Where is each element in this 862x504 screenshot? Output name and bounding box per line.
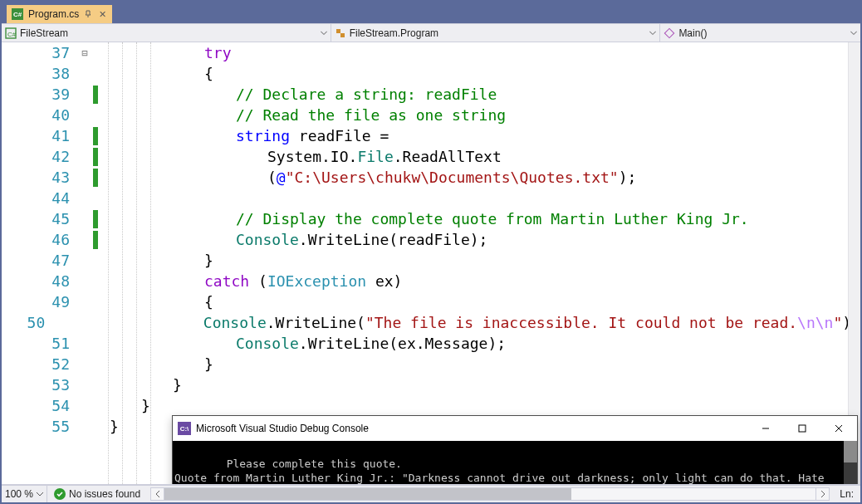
method-icon (664, 27, 675, 39)
svg-text:C#: C# (7, 31, 17, 38)
ln-label: Ln: (840, 488, 854, 500)
horizontal-scrollbar[interactable] (150, 487, 830, 501)
nav-scope-class[interactable]: FileStream.Program (331, 24, 661, 42)
code-line[interactable]: 38{ (2, 63, 860, 84)
line-number[interactable]: 39 (2, 86, 76, 103)
line-number[interactable]: 42 (2, 148, 76, 165)
line-number[interactable]: 41 (2, 127, 76, 144)
nav-scope-class-label: FileStream.Program (350, 27, 438, 39)
svg-rect-3 (340, 33, 345, 37)
svg-rect-2 (336, 29, 340, 33)
line-indicator[interactable]: Ln: (833, 488, 860, 500)
check-icon (54, 488, 66, 500)
line-number[interactable]: 45 (2, 210, 76, 228)
scroll-left-arrow[interactable] (151, 488, 164, 500)
line-number[interactable]: 53 (2, 376, 76, 394)
chevron-down-icon (37, 492, 43, 497)
debug-console-window: C:\ Microsoft Visual Studio Debug Consol… (172, 415, 858, 484)
document-tab-bar: C# Program.cs ✕ (2, 2, 860, 23)
code-line[interactable]: 49{ (2, 291, 860, 312)
code-line[interactable]: 47} (2, 250, 860, 271)
code-line[interactable]: 51Console.WriteLine(ex.Message); (2, 333, 860, 354)
error-indicator[interactable]: No issues found (47, 488, 147, 500)
svg-rect-5 (799, 425, 806, 432)
change-marker (93, 231, 98, 249)
code-line[interactable]: 42System.IO.File.ReadAllText (2, 146, 860, 167)
console-icon: C:\ (178, 422, 191, 435)
issues-text: No issues found (69, 488, 140, 500)
change-marker (93, 210, 98, 228)
code-line[interactable]: 54} (2, 395, 860, 416)
change-marker (93, 169, 98, 187)
svg-rect-4 (665, 28, 674, 37)
code-line[interactable]: 45// Display the complete quote from Mar… (2, 208, 860, 229)
change-marker (93, 148, 98, 166)
console-title-text: Microsoft Visual Studio Debug Console (196, 423, 369, 434)
nav-scope-project[interactable]: C# FileStream (2, 24, 331, 42)
nav-scope-project-label: FileStream (20, 27, 68, 39)
console-scrollbar[interactable] (844, 441, 857, 484)
close-button[interactable] (820, 416, 857, 441)
chevron-down-icon (850, 31, 857, 35)
tab-program-cs[interactable]: C# Program.cs ✕ (7, 5, 112, 23)
zoom-selector[interactable]: 100 % (2, 486, 47, 502)
line-number[interactable]: 37 (2, 44, 76, 61)
fold-gutter[interactable]: ⊟ (76, 47, 93, 59)
minimize-button[interactable] (747, 416, 784, 441)
nav-scope-method-label: Main() (678, 27, 707, 39)
code-line[interactable]: 41string readFile = (2, 125, 860, 146)
csharp-file-icon: C# (12, 8, 23, 20)
code-line[interactable]: 43(@"C:\Users\chukw\Documents\Quotes.txt… (2, 167, 860, 188)
console-text: Please complete this quote. Quote from M… (174, 458, 831, 484)
change-marker (93, 86, 98, 104)
code-line[interactable]: 44 (2, 188, 860, 208)
line-number[interactable]: 52 (2, 355, 76, 373)
line-number[interactable]: 50 (2, 314, 51, 331)
console-output[interactable]: Please complete this quote. Quote from M… (173, 441, 857, 484)
code-line[interactable]: 52} (2, 354, 860, 374)
code-line[interactable]: 46Console.WriteLine(readFile); (2, 229, 860, 250)
class-icon (335, 27, 346, 39)
line-number[interactable]: 49 (2, 293, 76, 311)
navigation-bar: C# FileStream FileStream.Program Main() (2, 23, 860, 42)
line-number[interactable]: 40 (2, 106, 76, 124)
chevron-down-icon (649, 31, 656, 35)
pin-icon[interactable] (84, 10, 92, 18)
line-number[interactable]: 51 (2, 335, 76, 352)
nav-scope-method[interactable]: Main() (660, 24, 860, 42)
code-line[interactable]: 53} (2, 374, 860, 395)
line-number[interactable]: 48 (2, 272, 76, 290)
close-tab-icon[interactable]: ✕ (97, 9, 107, 19)
csharp-project-icon: C# (5, 27, 17, 39)
line-number[interactable]: 43 (2, 169, 76, 186)
chevron-down-icon (321, 31, 327, 35)
code-line[interactable]: 37⊟try (2, 42, 860, 63)
change-marker (93, 127, 98, 145)
zoom-value: 100 % (5, 488, 33, 500)
code-line[interactable]: 50Console.WriteLine("The file is inacces… (2, 312, 860, 333)
code-editor[interactable]: 37⊟try38{39// Declare a string: readFile… (2, 42, 860, 484)
status-bar: 100 % No issues found Ln: (2, 484, 860, 502)
console-titlebar[interactable]: C:\ Microsoft Visual Studio Debug Consol… (173, 416, 857, 441)
line-number[interactable]: 54 (2, 397, 76, 414)
scroll-right-arrow[interactable] (815, 488, 829, 500)
line-number[interactable]: 46 (2, 231, 76, 248)
line-number[interactable]: 38 (2, 65, 76, 82)
tab-label: Program.cs (28, 8, 79, 20)
line-number[interactable]: 55 (2, 418, 76, 435)
line-number[interactable]: 47 (2, 252, 76, 269)
code-line[interactable]: 40// Read the file as one string (2, 105, 860, 125)
code-line[interactable]: 39// Declare a string: readFile (2, 84, 860, 105)
code-line[interactable]: 48catch (IOException ex) (2, 271, 860, 291)
maximize-button[interactable] (784, 416, 820, 441)
line-number[interactable]: 44 (2, 189, 76, 207)
